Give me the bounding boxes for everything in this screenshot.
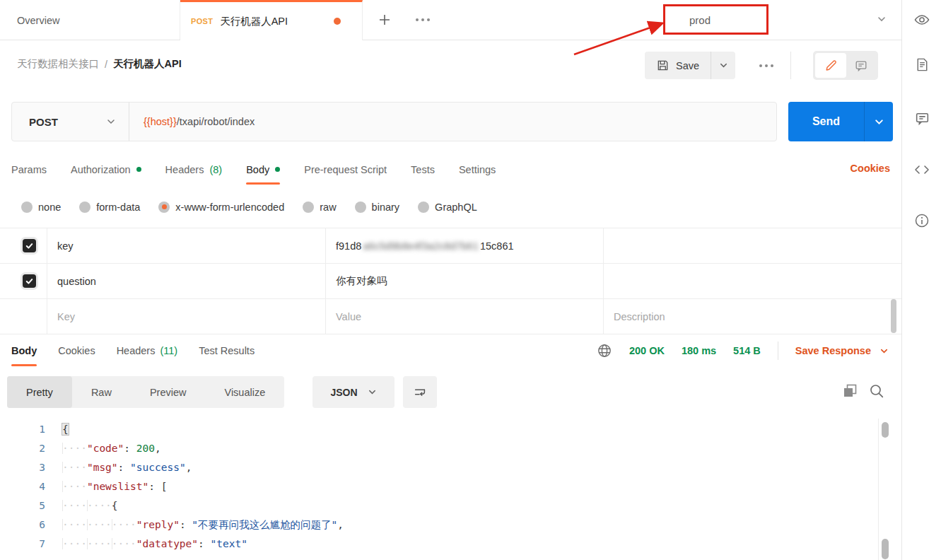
radio-icon [418, 202, 429, 213]
key-cell[interactable]: question [47, 264, 325, 298]
line-number: 2 [0, 439, 45, 458]
radio-icon [303, 202, 314, 213]
view-visualize-label: Visualize [224, 387, 265, 398]
view-pretty[interactable]: Pretty [7, 376, 72, 408]
save-button[interactable]: Save [645, 52, 711, 79]
send-dropdown-button[interactable] [865, 102, 893, 141]
tab-pre-request-script[interactable]: Pre-request Script [304, 153, 387, 186]
description-cell[interactable]: Description [603, 299, 901, 334]
key-cell[interactable]: key [47, 228, 325, 263]
tab-title: 天行机器人API [220, 15, 288, 28]
view-raw[interactable]: Raw [72, 376, 131, 408]
divider [778, 342, 778, 360]
response-header: Body Cookies Headers(11) Test Results 20… [0, 333, 901, 368]
environment-chevron-down-icon[interactable] [877, 14, 887, 24]
response-tab-test-results[interactable]: Test Results [199, 333, 255, 368]
json-key: "msg" [87, 462, 118, 473]
documentation-button[interactable] [912, 54, 932, 74]
value-cell[interactable]: f91d8a6c5d9b8e4f3a2c8d7b6115c861 [325, 228, 603, 263]
checkbox-checked[interactable] [23, 274, 36, 288]
response-size: 514 B [733, 345, 761, 356]
mode-graphql[interactable]: GraphQL [418, 202, 477, 213]
description-cell[interactable] [603, 264, 901, 298]
send-button[interactable]: Send [788, 102, 864, 141]
punctuation: { [112, 500, 118, 511]
tab-authorization[interactable]: Authorization [71, 153, 141, 186]
copy-button[interactable] [841, 383, 858, 399]
tab-request[interactable]: POST 天行机器人API [180, 0, 363, 40]
tab-bar: Overview POST 天行机器人API prod [0, 0, 901, 40]
view-raw-label: Raw [91, 387, 112, 398]
environment-quick-look-button[interactable] [912, 10, 932, 30]
tab-tests[interactable]: Tests [411, 153, 435, 186]
wrap-lines-button[interactable] [403, 376, 437, 408]
tab-settings[interactable]: Settings [459, 153, 496, 186]
indent-whitespace: ············ [62, 538, 136, 549]
code-scrollbar-thumb[interactable] [882, 422, 889, 438]
mode-none[interactable]: none [21, 202, 61, 213]
comment-icon [854, 59, 868, 73]
url-input[interactable]: {{host}}/txapi/robot/index [129, 103, 776, 141]
environment-selector[interactable]: prod [670, 7, 812, 33]
chevron-down-icon [719, 61, 728, 70]
tab-params[interactable]: Params [11, 153, 47, 186]
mode-graphql-label: GraphQL [435, 202, 477, 213]
view-visualize[interactable]: Visualize [205, 376, 284, 408]
description-cell[interactable] [603, 228, 901, 263]
punctuation: : [198, 538, 210, 549]
code-line: 7 ············"datatype": "text" [0, 535, 877, 554]
page-scrollbar-thumb[interactable] [882, 539, 889, 559]
mode-raw[interactable]: raw [303, 202, 336, 213]
search-button[interactable] [868, 383, 885, 399]
mode-binary[interactable]: binary [355, 202, 400, 213]
right-sidebar [901, 0, 941, 560]
row-checkbox-cell [0, 299, 47, 334]
tab-body[interactable]: Body [246, 153, 280, 186]
tab-options-button[interactable] [413, 11, 433, 28]
send-button-label: Send [812, 115, 840, 128]
line-number: 7 [0, 535, 45, 554]
value-cell[interactable]: 你有对象吗 [325, 264, 603, 298]
tab-headers[interactable]: Headers(8) [165, 153, 223, 186]
check-icon [25, 276, 34, 286]
key-placeholder: Key [57, 311, 75, 322]
response-meta: 200 OK 180 ms 514 B Save Response [597, 333, 889, 368]
method-selector[interactable]: POST [12, 103, 129, 141]
tab-params-label: Params [11, 164, 47, 175]
save-button-label: Save [676, 60, 699, 71]
mode-form-data[interactable]: form-data [79, 202, 140, 213]
breadcrumb-collection[interactable]: 天行数据相关接口 [17, 57, 99, 71]
response-tab-cookies[interactable]: Cookies [58, 333, 95, 368]
code-scrollbar-track [878, 419, 879, 560]
cookies-link[interactable]: Cookies [851, 163, 890, 174]
save-response-button[interactable]: Save Response [795, 345, 889, 356]
value-cell[interactable]: Value [325, 299, 603, 334]
comments-button[interactable] [846, 53, 876, 78]
key-text: question [57, 276, 96, 287]
request-tabs: Params Authorization Headers(8) Body Pre… [0, 153, 901, 186]
comments-panel-button[interactable] [912, 108, 932, 128]
format-selector[interactable]: JSON [312, 376, 394, 408]
response-tab-headers[interactable]: Headers(11) [117, 333, 178, 368]
checkbox-checked[interactable] [23, 239, 36, 252]
indent-whitespace: ···· [62, 462, 87, 473]
key-cell[interactable]: Key [47, 299, 325, 334]
new-tab-button[interactable] [375, 10, 394, 30]
breadcrumb: 天行数据相关接口 / 天行机器人API [17, 57, 182, 71]
tab-overview[interactable]: Overview [0, 0, 180, 40]
info-button[interactable] [912, 211, 932, 231]
pencil-icon [824, 59, 838, 72]
table-scrollbar-thumb[interactable] [891, 299, 896, 333]
save-dropdown-button[interactable] [711, 52, 735, 79]
tab-headers-label: Headers [165, 164, 204, 175]
view-preview[interactable]: Preview [131, 376, 206, 408]
edit-request-button[interactable] [815, 53, 846, 78]
code-snippet-button[interactable] [912, 160, 932, 180]
response-body-editor[interactable]: 1 { 2 ····"code": 200, 3 ····"msg": "suc… [0, 416, 877, 560]
globe-icon[interactable] [597, 343, 612, 358]
mode-x-www-form-urlencoded[interactable]: x-www-form-urlencoded [158, 202, 284, 213]
more-actions-button[interactable] [754, 57, 779, 74]
response-tab-body[interactable]: Body [11, 333, 37, 368]
unsaved-changes-dot-icon [334, 18, 341, 25]
breadcrumb-request-name: 天行机器人API [113, 57, 182, 71]
